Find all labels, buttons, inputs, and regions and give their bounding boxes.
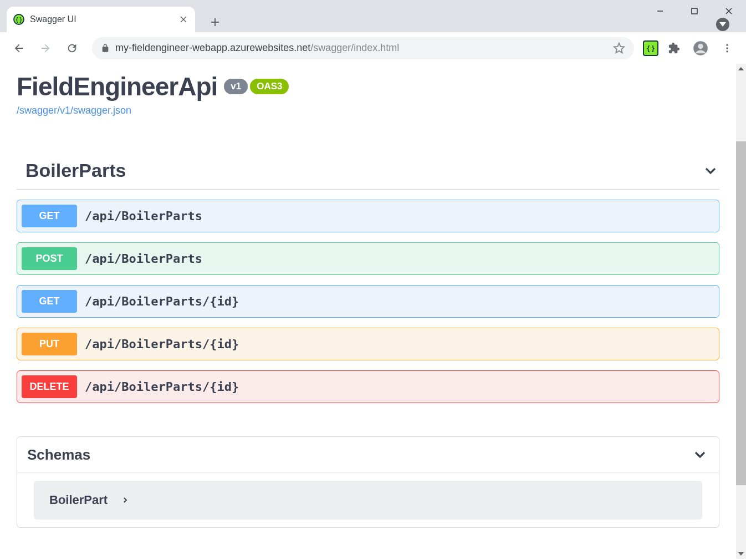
- window-maximize-button[interactable]: [677, 0, 712, 22]
- address-bar[interactable]: my-fieldengineer-webapp.azurewebsites.ne…: [92, 37, 634, 59]
- profile-chip[interactable]: [716, 18, 729, 31]
- operation-delete-4[interactable]: DELETE/api/BoilerParts/{id}: [17, 370, 719, 403]
- bookmark-star-icon[interactable]: [613, 42, 625, 54]
- svg-point-10: [698, 43, 703, 48]
- profile-avatar-icon[interactable]: [689, 37, 712, 59]
- new-tab-button[interactable]: [205, 12, 225, 32]
- method-badge: GET: [22, 290, 77, 313]
- tab-title: Swagger UI: [30, 14, 173, 24]
- browser-menu-button[interactable]: [716, 37, 738, 59]
- method-badge: POST: [22, 247, 77, 270]
- operation-path: /api/BoilerParts/{id}: [85, 337, 239, 351]
- chevron-down-icon: [702, 162, 719, 180]
- svg-marker-15: [738, 552, 744, 556]
- operation-path: /api/BoilerParts: [85, 252, 202, 266]
- svg-point-13: [726, 50, 728, 52]
- window-minimize-button[interactable]: [643, 0, 677, 22]
- method-badge: DELETE: [22, 375, 77, 398]
- schemas-header[interactable]: Schemas: [17, 437, 719, 473]
- tag-header[interactable]: BoilerParts: [17, 160, 719, 190]
- page-viewport: FieldEngineerApi v1 OAS3 /swagger/v1/swa…: [0, 64, 736, 559]
- schema-item[interactable]: BoilerPart: [34, 481, 702, 520]
- operation-get-2[interactable]: GET/api/BoilerParts/{id}: [17, 285, 719, 318]
- scrollbar-thumb[interactable]: [736, 141, 746, 485]
- window-close-button[interactable]: [712, 0, 746, 22]
- oas-badge: OAS3: [250, 79, 289, 94]
- url-text: my-fieldengineer-webapp.azurewebsites.ne…: [115, 42, 399, 54]
- chevron-down-icon: [691, 446, 709, 464]
- scroll-up-icon[interactable]: [736, 64, 746, 74]
- swagger-ext-icon[interactable]: { }: [643, 40, 658, 56]
- schemas-label: Schemas: [27, 446, 90, 464]
- operation-post-1[interactable]: POST/api/BoilerParts: [17, 242, 719, 275]
- browser-tab[interactable]: { } Swagger UI: [7, 7, 195, 32]
- browser-chrome: { } Swagger UI my-fieldengineer-webapp.a…: [0, 0, 746, 64]
- svg-point-12: [726, 47, 728, 49]
- nav-reload-button[interactable]: [61, 37, 83, 59]
- api-header: FieldEngineerApi v1 OAS3: [17, 72, 719, 101]
- operation-get-0[interactable]: GET/api/BoilerParts: [17, 200, 719, 232]
- operation-put-3[interactable]: PUT/api/BoilerParts/{id}: [17, 328, 719, 360]
- schema-name: BoilerPart: [49, 493, 108, 507]
- scroll-down-icon[interactable]: [736, 549, 746, 559]
- extensions-icon[interactable]: [663, 37, 685, 59]
- operation-path: /api/BoilerParts/{id}: [85, 294, 239, 308]
- nav-back-button[interactable]: [8, 37, 30, 59]
- scrollbar[interactable]: [736, 64, 746, 559]
- tag-name: BoilerParts: [25, 160, 126, 181]
- method-badge: GET: [22, 205, 77, 227]
- api-title: FieldEngineerApi: [17, 72, 217, 101]
- svg-marker-14: [738, 67, 744, 70]
- chevron-right-icon: [121, 496, 130, 505]
- nav-forward-button[interactable]: [34, 37, 57, 59]
- operation-path: /api/BoilerParts: [85, 209, 202, 223]
- tab-favicon-icon: { }: [13, 14, 24, 25]
- svg-rect-1: [692, 8, 697, 14]
- operation-path: /api/BoilerParts/{id}: [85, 380, 239, 394]
- swagger-json-link[interactable]: /swagger/v1/swagger.json: [17, 105, 719, 116]
- method-badge: PUT: [22, 333, 77, 355]
- lock-icon: [101, 44, 110, 53]
- svg-point-11: [726, 44, 728, 45]
- version-badge: v1: [224, 79, 248, 94]
- schemas-section: Schemas BoilerPart: [17, 436, 719, 528]
- tab-close-button[interactable]: [178, 14, 188, 24]
- svg-marker-4: [719, 22, 726, 27]
